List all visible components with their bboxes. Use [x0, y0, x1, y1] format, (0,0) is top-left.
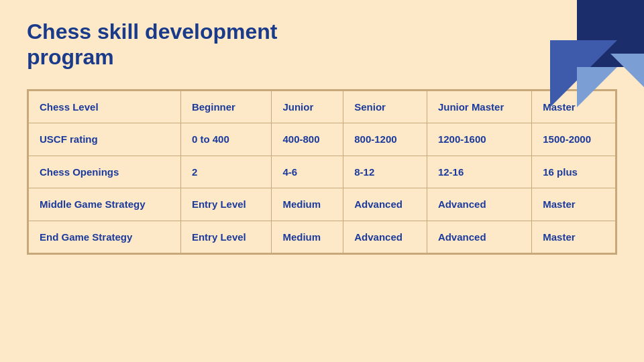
- skills-table: Chess Level Beginner Junior Senior Junio…: [28, 90, 616, 254]
- table-cell: Medium: [272, 221, 343, 253]
- table-cell: 2: [180, 156, 272, 188]
- table-cell: Advanced: [343, 188, 427, 221]
- table-cell: 1500-2000: [532, 123, 616, 156]
- table-cell: Entry Level: [180, 221, 272, 253]
- table-cell: Advanced: [427, 188, 531, 221]
- table-cell: Master: [532, 221, 616, 253]
- row-label: Middle Game Strategy: [29, 188, 181, 221]
- table-cell: 0 to 400: [180, 123, 272, 156]
- decorative-triangles: [510, 0, 644, 107]
- table-row: Chess Openings 2 4-6 8-12 12-16 16 plus: [29, 156, 616, 188]
- row-label: Chess Level: [29, 90, 181, 123]
- svg-marker-3: [577, 67, 617, 107]
- table-cell: Beginner: [180, 90, 272, 123]
- table-cell: 800-1200: [343, 123, 427, 156]
- table-cell: Junior: [272, 90, 343, 123]
- table-cell: 8-12: [343, 156, 427, 188]
- table-row: USCF rating 0 to 400 400-800 800-1200 12…: [29, 123, 616, 156]
- table-cell: Senior: [343, 90, 427, 123]
- table-cell: Master: [532, 188, 616, 221]
- table-cell: 12-16: [427, 156, 531, 188]
- table-cell: 1200-1600: [427, 123, 531, 156]
- row-label: End Game Strategy: [29, 221, 181, 253]
- table-cell: 400-800: [272, 123, 343, 156]
- table-row: End Game Strategy Entry Level Medium Adv…: [29, 221, 616, 253]
- table-row: Middle Game Strategy Entry Level Medium …: [29, 188, 616, 221]
- table-cell: 16 plus: [532, 156, 616, 188]
- skills-table-container: Chess Level Beginner Junior Senior Junio…: [27, 89, 617, 255]
- table-cell: Entry Level: [180, 188, 272, 221]
- row-label: USCF rating: [29, 123, 181, 156]
- table-cell: Advanced: [427, 221, 531, 253]
- table-cell: Medium: [272, 188, 343, 221]
- page-background: Chess skill development program Chess Le…: [0, 0, 644, 362]
- table-cell: Advanced: [343, 221, 427, 253]
- svg-marker-2: [610, 54, 644, 87]
- table-cell: 4-6: [272, 156, 343, 188]
- row-label: Chess Openings: [29, 156, 181, 188]
